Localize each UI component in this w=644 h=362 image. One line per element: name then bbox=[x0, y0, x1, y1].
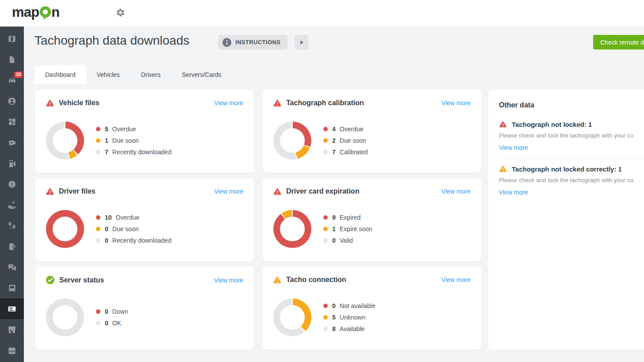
legend-value: 0 bbox=[105, 320, 108, 327]
tab-servers-cards[interactable]: Servers/Cards bbox=[171, 65, 232, 84]
legend-label: Overdue bbox=[340, 126, 364, 133]
legend-label: Available bbox=[340, 325, 365, 332]
card-header: Vehicle files View more bbox=[35, 90, 254, 107]
info-icon bbox=[222, 38, 231, 47]
legend-item: 7Recently downloaded bbox=[96, 149, 172, 156]
card-title: Vehicle files bbox=[59, 99, 100, 107]
sidebar-item-users[interactable] bbox=[0, 91, 24, 111]
svg-text:NEW: NEW bbox=[9, 350, 15, 352]
sidebar-item-tachograph[interactable] bbox=[0, 298, 24, 319]
legend-value: 7 bbox=[105, 149, 108, 156]
legend-dot bbox=[96, 150, 100, 154]
notification-badge: 10 bbox=[14, 72, 23, 78]
legend-item: 0Valid bbox=[323, 237, 372, 244]
legend-value: 5 bbox=[105, 126, 108, 133]
legend-item: 7Calibrated bbox=[323, 149, 368, 156]
legend-item: 0Due soon bbox=[96, 225, 172, 232]
view-more-link[interactable]: View more bbox=[214, 277, 243, 284]
sidebar-item-services[interactable] bbox=[0, 194, 24, 215]
legend-value: 5 bbox=[332, 314, 336, 321]
view-more-link[interactable]: View more bbox=[499, 189, 528, 196]
sidebar-item-routes[interactable] bbox=[0, 215, 24, 236]
sidebar-item-fuel[interactable] bbox=[0, 153, 24, 174]
sidebar-nav: 10NEW bbox=[0, 27, 24, 361]
card-body: 4Overdue2Due soon7Calibrated bbox=[273, 114, 471, 168]
card-header: Server status View more bbox=[35, 267, 254, 284]
legend-label: Valid bbox=[340, 237, 353, 244]
legend-dot bbox=[323, 315, 328, 320]
logo-text-left: map bbox=[12, 6, 39, 19]
calendar-icon: NEW bbox=[8, 346, 16, 355]
legend-dot bbox=[96, 227, 100, 231]
chart-legend: 10Overdue0Due soon0Recently downloaded bbox=[96, 214, 172, 244]
alert-description: Please check and lock the tachograph wit… bbox=[499, 132, 644, 139]
legend-label: Due soon bbox=[112, 137, 139, 144]
play-icon bbox=[299, 40, 304, 45]
legend-value: 1 bbox=[105, 137, 108, 144]
check-remote-button[interactable]: Check remote d bbox=[593, 35, 644, 50]
legend-item: 0Not available bbox=[323, 302, 376, 309]
warning-red-icon bbox=[46, 188, 54, 195]
view-more-link[interactable]: View more bbox=[441, 99, 471, 107]
view-more-link[interactable]: View more bbox=[214, 188, 243, 195]
sidebar-item-transport[interactable] bbox=[0, 278, 24, 298]
sidebar: 10NEW bbox=[0, 27, 24, 362]
legend-dot bbox=[323, 304, 328, 308]
sidebar-item-marketplace[interactable] bbox=[0, 319, 24, 340]
settings-gear-icon[interactable] bbox=[114, 7, 127, 20]
sidebar-item-calendar[interactable]: NEW bbox=[0, 340, 24, 361]
warning-red-icon bbox=[46, 99, 54, 107]
legend-label: Recently downloaded bbox=[112, 149, 172, 156]
routes-icon bbox=[8, 221, 16, 230]
dashboard-card: Tacho connection View more 0Not availabl… bbox=[263, 267, 481, 350]
tab-dashboard[interactable]: Dashboard bbox=[34, 65, 86, 84]
tab-drivers[interactable]: Drivers bbox=[130, 65, 171, 84]
sidebar-item-chat[interactable] bbox=[0, 257, 24, 278]
legend-label: Recently downloaded bbox=[112, 237, 172, 244]
mapon-logo[interactable]: map n bbox=[12, 6, 59, 21]
sidebar-item-vehicles[interactable]: 10 bbox=[0, 70, 24, 91]
dashboard-card: Driver files View more 10Overdue0Due soo… bbox=[35, 178, 254, 261]
legend-value: 9 bbox=[332, 214, 336, 221]
dashboard-icon bbox=[8, 118, 16, 126]
sidebar-item-tasks[interactable] bbox=[0, 236, 24, 257]
view-more-link[interactable]: View more bbox=[441, 188, 471, 195]
legend-dot bbox=[323, 227, 328, 231]
dashboard-card: Driver card expiration View more 9Expire… bbox=[263, 178, 481, 261]
legend-dot bbox=[323, 327, 328, 331]
alert-title: Tachograph not locked correctly: 1 bbox=[512, 165, 622, 173]
legend-label: Calibrated bbox=[340, 149, 368, 156]
alerts-icon bbox=[8, 180, 16, 189]
legend-item: 0Down bbox=[96, 308, 128, 315]
mapon-logo-o-icon bbox=[39, 6, 51, 21]
donut-hole bbox=[280, 305, 305, 330]
chart-legend: 5Overdue1Due soon7Recently downloaded bbox=[96, 126, 172, 156]
legend-dot bbox=[323, 138, 328, 143]
view-more-link[interactable]: View more bbox=[441, 276, 471, 283]
sidebar-item-alerts[interactable] bbox=[0, 174, 24, 194]
map-icon bbox=[8, 34, 16, 43]
tasks-icon bbox=[8, 242, 16, 251]
sidebar-item-documents[interactable] bbox=[0, 49, 24, 70]
donut-hole bbox=[53, 305, 77, 330]
view-more-link[interactable]: View more bbox=[214, 99, 243, 107]
sidebar-item-map[interactable] bbox=[0, 28, 24, 49]
warning-red-icon bbox=[273, 99, 281, 107]
legend-item: 0Recently downloaded bbox=[96, 237, 172, 244]
chart-legend: 9Expired1Expire soon0Valid bbox=[323, 214, 372, 244]
warning-red-icon bbox=[499, 121, 507, 128]
legend-item: 5Overdue bbox=[96, 126, 172, 133]
sidebar-item-video[interactable] bbox=[0, 132, 24, 153]
play-button[interactable] bbox=[295, 35, 309, 50]
marketplace-icon bbox=[8, 325, 16, 334]
instructions-button[interactable]: INSTRUCTIONS bbox=[218, 35, 288, 50]
legend-label: Expired bbox=[340, 214, 360, 221]
view-more-link[interactable]: View more bbox=[499, 144, 528, 151]
cards-grid: Vehicle files View more 5Overdue1Due soo… bbox=[35, 90, 481, 350]
divider bbox=[499, 158, 644, 159]
card-header: Tacho connection View more bbox=[263, 267, 481, 284]
warning-yellow-icon bbox=[499, 166, 507, 173]
sidebar-item-dashboard[interactable] bbox=[0, 111, 24, 132]
tab-vehicles[interactable]: Vehicles bbox=[86, 65, 130, 84]
card-header: Tachograph calibration View more bbox=[263, 90, 481, 107]
